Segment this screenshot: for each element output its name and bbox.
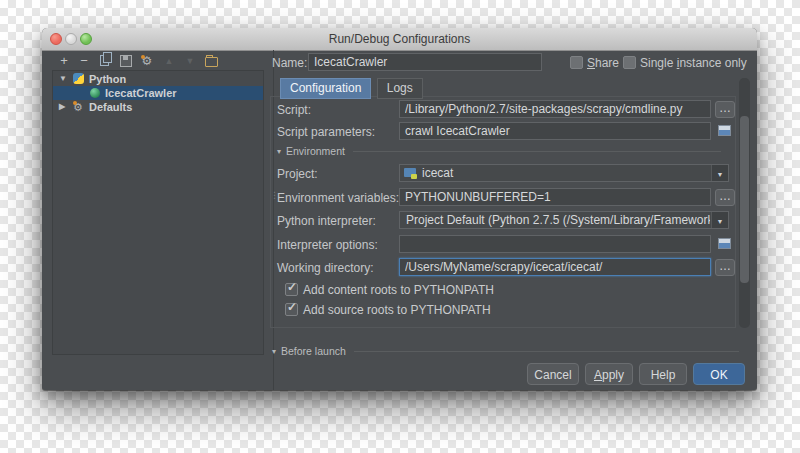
single-instance-checkbox-label[interactable]: Single instance only [640,56,747,70]
copy-icon [100,55,109,66]
tree-item-python[interactable]: ▼ Python [53,72,263,86]
environment-variables-label: Environment variables: [277,191,399,205]
help-button[interactable]: Help [639,363,687,385]
ok-button[interactable]: OK [693,363,745,385]
single-instance-checkbox[interactable] [623,56,636,69]
config-tabs: Configuration Logs [280,78,425,97]
name-label: Name: [272,56,307,70]
tree-item-label: Defaults [89,100,132,114]
script-parameters-input[interactable] [399,122,711,140]
python-icon [73,73,84,84]
script-label: Script: [277,103,311,117]
section-divider [354,351,739,352]
add-source-roots-checkbox[interactable] [285,303,298,316]
scrollbar-thumb[interactable] [740,116,749,283]
project-value: icecat [422,165,710,181]
folder-icon[interactable] [203,53,219,69]
interpreter-options-label: Interpreter options: [277,238,378,252]
crawler-config-icon [90,88,100,98]
add-content-roots-checkbox[interactable] [285,283,298,296]
interpreter-options-input[interactable] [399,235,711,253]
python-interpreter-value: Project Default (Python 2.7.5 (/System/L… [406,212,710,228]
tree-item-defaults[interactable]: ▶ ⚙ Defaults [53,100,263,114]
chevron-down-icon[interactable]: ▼ [717,171,724,178]
before-launch-section-header[interactable]: ▾ Before launch [272,345,739,357]
working-directory-label: Working directory: [277,261,373,275]
section-collapse-icon: ▾ [277,147,281,156]
tree-item-label: Python [89,72,126,86]
environment-variables-input[interactable] [399,188,711,206]
name-input[interactable] [308,53,542,71]
script-parameters-label: Script parameters: [277,125,375,139]
configurations-tree: ▼ Python IcecatCrawler ▶ ⚙ Defaults [52,70,264,355]
environment-section-header[interactable]: ▾ Environment [277,145,721,157]
move-up-icon[interactable]: ▲ [161,53,177,69]
edit-defaults-wrench-icon[interactable]: ⚙ [139,53,155,69]
environment-variables-browse-button[interactable]: … [715,189,735,206]
title-bar[interactable]: Run/Debug Configurations [42,28,757,51]
chevron-down-icon[interactable]: ▼ [717,218,724,225]
share-checkbox-label[interactable]: Share [587,56,619,70]
window-title: Run/Debug Configurations [42,28,757,50]
add-configuration-icon[interactable]: + [56,53,72,69]
script-browse-button[interactable]: … [715,101,735,118]
tree-item-icecatcrawler[interactable]: IcecatCrawler [53,86,263,100]
expand-field-icon [718,238,731,249]
chevron-right-icon[interactable]: ▶ [59,100,65,114]
copy-configuration-icon[interactable] [97,53,113,69]
cancel-button[interactable]: Cancel [527,363,579,385]
configuration-tab-panel: Script: … Script parameters: ▾ Environme… [270,96,736,328]
project-dropdown-arrow: ▼ [711,165,728,181]
interpreter-dropdown-arrow: ▼ [711,212,728,228]
chevron-down-icon[interactable]: ▼ [59,72,67,86]
script-parameters-expand-button[interactable] [715,123,735,140]
working-directory-input[interactable] [399,258,711,276]
save-configuration-icon[interactable] [118,53,134,69]
tree-item-label: IcecatCrawler [105,86,177,100]
project-icon [404,168,416,177]
section-collapse-icon: ▾ [272,347,276,356]
apply-button[interactable]: Apply [585,363,633,385]
tab-configuration[interactable]: Configuration [280,78,371,99]
script-input[interactable] [399,100,711,118]
environment-section-title: Environment [286,145,345,157]
add-content-roots-label[interactable]: Add content roots to PYTHONPATH [303,283,494,297]
expand-field-icon [718,125,731,136]
remove-configuration-icon[interactable]: − [76,53,92,69]
project-label: Project: [277,167,318,181]
python-interpreter-label: Python interpreter: [277,214,376,228]
before-launch-section-title: Before launch [281,345,346,357]
interpreter-options-expand-button[interactable] [715,236,735,253]
vertical-scrollbar[interactable] [739,78,750,328]
working-directory-browse-button[interactable]: … [715,259,735,276]
tab-logs[interactable]: Logs [377,78,423,99]
add-source-roots-label[interactable]: Add source roots to PYTHONPATH [303,303,491,317]
move-down-icon[interactable]: ▼ [182,53,198,69]
python-interpreter-select[interactable]: Project Default (Python 2.7.5 (/System/L… [399,211,729,229]
project-select[interactable]: icecat ▼ [399,164,729,182]
section-divider [353,151,721,152]
run-debug-configurations-dialog: Run/Debug Configurations + − ⚙ ▲ ▼ ▼ Pyt… [42,28,757,390]
share-checkbox[interactable] [570,56,583,69]
defaults-wrench-icon: ⚙ [73,100,83,114]
save-icon [120,55,132,67]
